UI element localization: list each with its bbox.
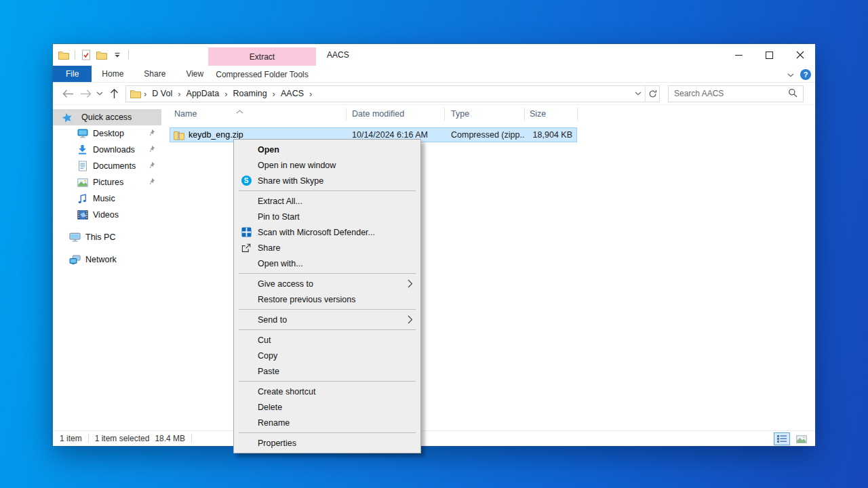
refresh-icon[interactable] — [645, 86, 659, 102]
menu-item-pin-to-start[interactable]: Pin to Start — [234, 209, 420, 224]
sidebar-item-documents[interactable]: Documents — [53, 158, 161, 174]
column-header-size[interactable]: Size — [530, 109, 546, 119]
column-divider[interactable] — [444, 108, 445, 121]
menu-item-give-access-to[interactable]: Give access to — [234, 276, 420, 291]
column-header-date-modified[interactable]: Date modified — [352, 109, 404, 119]
menu-item-share-with-skype[interactable]: SShare with Skype — [234, 173, 420, 188]
details-view-button[interactable] — [774, 432, 790, 445]
thumbnails-view-button[interactable] — [793, 432, 810, 445]
column-header-name[interactable]: Name — [174, 109, 197, 119]
explorer-window: Extract AACS ? FileHomeShareViewCompress… — [53, 44, 815, 446]
menu-item-open-in-new-window[interactable]: Open in new window — [234, 157, 420, 173]
title-bar: Extract AACS — [53, 44, 815, 66]
menu-item-label: Properties — [258, 439, 296, 448]
view-switch — [774, 432, 810, 445]
breadcrumb-separator-icon[interactable]: › — [176, 89, 182, 99]
expand-ribbon-chevron-icon[interactable] — [787, 70, 794, 79]
column-divider[interactable] — [346, 108, 347, 121]
breadcrumb-segment-aacs[interactable]: AACS — [277, 89, 307, 98]
items-count: 1 item — [60, 434, 82, 443]
breadcrumb-separator-icon[interactable]: › — [271, 89, 277, 99]
menu-item-label: Extract All... — [258, 197, 302, 206]
status-divider — [191, 434, 192, 443]
window-title: AACS — [327, 44, 349, 66]
menu-item-delete[interactable]: Delete — [234, 399, 420, 415]
history-chevron-icon[interactable] — [94, 85, 105, 102]
menu-item-label: Pin to Start — [258, 212, 300, 222]
sidebar-item-label: Pictures — [93, 178, 123, 187]
sidebar-item-music[interactable]: Music — [53, 190, 161, 207]
quick-access-toolbar — [53, 49, 130, 61]
sidebar-item-label: Desktop — [93, 129, 124, 138]
sidebar-item-quick-access[interactable]: Quick access — [53, 109, 161, 125]
sidebar-item-network[interactable]: Network — [53, 251, 161, 268]
new-folder-icon[interactable] — [96, 49, 108, 61]
quick-access-star-icon — [61, 112, 73, 123]
file-date-cell: 10/14/2024 6:16 AM — [346, 130, 444, 140]
contextual-tab-badge[interactable]: Extract — [208, 47, 316, 66]
address-box[interactable]: ›D Vol›AppData›Roaming›AACS› — [125, 85, 660, 102]
menu-item-send-to[interactable]: Send to — [234, 312, 420, 327]
submenu-chevron-icon — [408, 315, 413, 326]
sidebar-item-pictures[interactable]: Pictures — [53, 174, 161, 190]
properties-icon[interactable] — [80, 49, 92, 61]
menu-item-open-with[interactable]: Open with... — [234, 256, 420, 271]
minimize-button[interactable] — [724, 44, 754, 66]
breadcrumb-separator-icon[interactable]: › — [142, 89, 149, 99]
back-icon[interactable] — [59, 85, 77, 102]
menu-item-scan-with-microsoft-defender[interactable]: Scan with Microsoft Defender... — [234, 224, 420, 240]
breadcrumb-segment-appdata[interactable]: AppData — [183, 89, 223, 98]
menu-item-open[interactable]: Open — [234, 142, 420, 157]
menu-item-cut[interactable]: Cut — [234, 332, 420, 348]
menu-item-restore-previous-versions[interactable]: Restore previous versions — [234, 291, 420, 307]
breadcrumb-segment-roaming[interactable]: Roaming — [230, 89, 271, 98]
sidebar-item-videos[interactable]: Videos — [53, 207, 161, 223]
sidebar-item-label: Network — [85, 255, 117, 264]
up-icon[interactable] — [105, 85, 123, 102]
menu-item-label: Open — [258, 145, 279, 155]
column-divider[interactable] — [577, 108, 578, 121]
this-pc-icon — [69, 232, 81, 243]
tab-share[interactable]: Share — [134, 66, 176, 82]
ribbon-tabs: ? FileHomeShareViewCompressed Folder Too… — [53, 66, 815, 83]
sidebar-item-this-pc[interactable]: This PC — [53, 229, 161, 245]
tab-compressed-folder-tools[interactable]: Compressed Folder Tools — [208, 66, 316, 83]
window-controls — [724, 44, 815, 66]
share-icon — [240, 242, 252, 253]
address-folder-icon[interactable] — [130, 87, 142, 100]
sidebar-item-label: Quick access — [81, 113, 132, 122]
breadcrumb-separator-icon[interactable]: › — [222, 89, 229, 99]
folder-icon[interactable] — [58, 49, 70, 61]
maximize-button[interactable] — [754, 44, 785, 66]
menu-item-paste[interactable]: Paste — [234, 363, 420, 379]
sidebar-item-downloads[interactable]: Downloads — [53, 142, 161, 158]
address-dropdown-icon[interactable] — [631, 86, 645, 102]
selection-count: 1 item selected — [95, 434, 150, 443]
tab-home[interactable]: Home — [92, 66, 134, 82]
menu-item-label: Rename — [258, 418, 290, 428]
sidebar-item-label: Music — [93, 194, 115, 203]
search-input[interactable] — [674, 89, 788, 98]
column-header-type[interactable]: Type — [451, 109, 469, 119]
close-button[interactable] — [785, 44, 815, 66]
breadcrumb-segment-d-vol[interactable]: D Vol — [149, 89, 176, 98]
context-menu: OpenOpen in new windowSShare with SkypeE… — [233, 139, 421, 453]
sidebar-item-label: This PC — [85, 232, 115, 242]
forward-icon[interactable] — [77, 85, 94, 102]
breadcrumb-separator-icon[interactable]: › — [307, 89, 314, 99]
menu-item-create-shortcut[interactable]: Create shortcut — [234, 384, 420, 399]
menu-item-share[interactable]: Share — [234, 240, 420, 256]
column-divider[interactable] — [524, 108, 525, 121]
menu-item-rename[interactable]: Rename — [234, 415, 420, 430]
sidebar-item-desktop[interactable]: Desktop — [53, 125, 161, 142]
menu-item-properties[interactable]: Properties — [234, 435, 420, 451]
tab-file[interactable]: File — [53, 66, 92, 82]
pin-icon — [147, 178, 155, 188]
help-icon[interactable]: ? — [800, 69, 811, 80]
menu-item-label: Give access to — [258, 279, 313, 289]
menu-separator — [239, 190, 416, 191]
qat-dropdown-icon[interactable] — [111, 49, 123, 61]
toolbar-divider — [128, 50, 129, 60]
menu-item-copy[interactable]: Copy — [234, 348, 420, 363]
menu-item-extract-all[interactable]: Extract All... — [234, 193, 420, 209]
